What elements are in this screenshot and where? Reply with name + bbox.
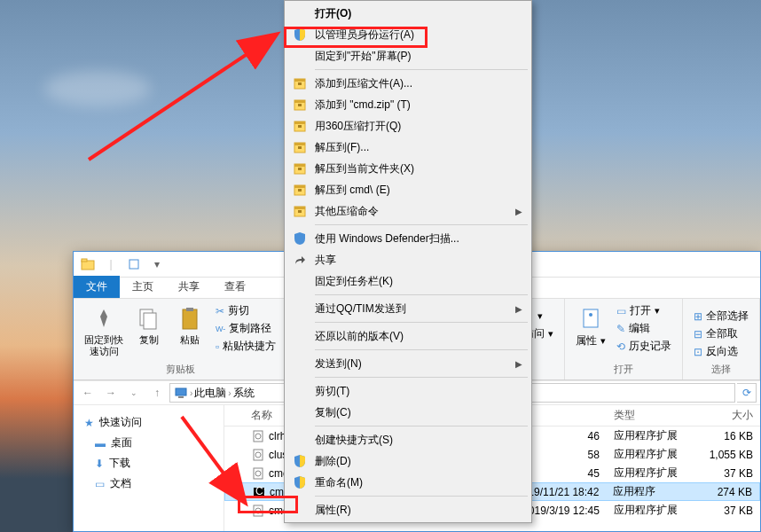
archive-icon	[292, 182, 308, 198]
recent-dropdown[interactable]: ⌄	[123, 382, 145, 403]
open-button[interactable]: ▭打开 ▾	[613, 302, 675, 319]
menu-item[interactable]: 重命名(M)	[286, 472, 530, 493]
bc-sys[interactable]: 系统	[233, 386, 255, 401]
svg-rect-2	[129, 260, 138, 269]
copy-button[interactable]: 复制	[130, 302, 168, 348]
star-icon: ★	[84, 417, 94, 429]
svg-rect-37	[294, 185, 305, 188]
menu-item[interactable]: 发送到(N)▶	[286, 353, 530, 374]
file-size: 16 KB	[695, 430, 760, 442]
menu-item[interactable]: 解压到 cmd\ (E)	[286, 179, 530, 200]
svg-rect-6	[186, 308, 193, 311]
document-icon: ▭	[95, 478, 105, 490]
select-group-label: 选择	[690, 363, 752, 376]
menu-item[interactable]: 用360压缩打开(Q)	[286, 115, 530, 137]
menu-item[interactable]: 解压到当前文件夹(X)	[286, 158, 530, 179]
sidebar-downloads[interactable]: ⬇ 下载	[77, 453, 220, 473]
menu-item-label: 还原以前的版本(V)	[315, 329, 404, 344]
menu-item[interactable]: 添加到 "cmd.zip" (T)	[286, 94, 530, 115]
svg-rect-4	[144, 313, 156, 329]
ribbon-group-open: 属性 ▾ ▭打开 ▾ ✎编辑 ⟲历史记录 打开	[565, 299, 683, 379]
shield-icon	[292, 474, 308, 490]
up-button[interactable]: ↑	[146, 382, 168, 403]
menu-item[interactable]: 创建快捷方式(S)	[286, 429, 530, 450]
file-size: 274 KB	[694, 486, 759, 498]
tab-home[interactable]: 主页	[120, 276, 166, 298]
copypath-button[interactable]: W-复制路径	[212, 320, 279, 337]
menu-separator	[315, 377, 528, 378]
menu-item[interactable]: 还原以前的版本(V)	[286, 325, 530, 347]
menu-item[interactable]: 解压到(F)...	[286, 137, 530, 158]
history-button[interactable]: ⟲历史记录	[613, 338, 675, 355]
menu-item[interactable]: 复制(C)	[286, 402, 530, 423]
menu-item[interactable]: 其他压缩命令▶	[286, 200, 530, 222]
cut-button[interactable]: ✂剪切	[212, 302, 279, 319]
chevron-right-icon[interactable]: ›	[190, 388, 192, 398]
svg-rect-1	[82, 259, 87, 262]
menu-item[interactable]: 使用 Windows Defender扫描...	[286, 228, 530, 249]
bc-thispc[interactable]: 此电脑	[194, 386, 226, 401]
invertsel-button[interactable]: ⊡反向选	[690, 343, 752, 360]
sidebar-quickaccess[interactable]: ★ 快速访问	[77, 412, 220, 433]
menu-item-label: 复制(C)	[315, 405, 351, 420]
menu-separator	[315, 496, 528, 497]
pin-quickaccess-button[interactable]: 固定到快 速访问	[81, 302, 127, 359]
svg-rect-32	[298, 146, 302, 149]
archive-icon	[292, 97, 308, 113]
menu-item-label: 解压到(F)...	[315, 140, 369, 155]
file-icon	[251, 504, 265, 518]
menu-item[interactable]: 固定到"开始"屏幕(P)	[286, 45, 530, 66]
submenu-arrow-icon: ▶	[515, 304, 522, 314]
sidebar-documents[interactable]: ▭ 文档	[77, 473, 220, 494]
menu-item[interactable]: 通过QQ/TIM发送到▶	[286, 298, 530, 319]
menu-separator	[315, 224, 528, 225]
ribbon-group-clipboard: 固定到快 速访问 复制 粘贴 ✂剪切 W-复制路径 ▫粘贴快捷方 剪贴板	[74, 299, 287, 379]
desktop-icon: ▬	[95, 437, 106, 450]
forward-button[interactable]: →	[100, 382, 122, 403]
sidebar-desktop[interactable]: ▬ 桌面	[77, 433, 220, 453]
submenu-arrow-icon: ▶	[515, 207, 522, 216]
qat-item[interactable]	[123, 254, 145, 274]
svg-text:C:\: C:\	[255, 485, 266, 497]
col-type[interactable]: 类型	[607, 408, 695, 423]
menu-item[interactable]: 固定到任务栏(K)	[286, 270, 530, 292]
tab-view[interactable]: 查看	[212, 276, 258, 298]
col-size[interactable]: 大小	[695, 408, 760, 423]
menu-item[interactable]: 属性(R)	[286, 499, 530, 520]
menu-item[interactable]: 剪切(T)	[286, 380, 530, 402]
svg-rect-22	[294, 79, 305, 82]
menu-separator	[315, 322, 528, 323]
menu-item[interactable]: 添加到压缩文件(A)...	[286, 73, 530, 94]
svg-rect-7	[584, 309, 598, 327]
file-size: 37 KB	[695, 467, 760, 480]
menu-item[interactable]: 删除(D)	[286, 450, 530, 472]
archive-icon	[292, 160, 308, 176]
menu-item[interactable]: 打开(O)	[286, 3, 530, 24]
selectall-button[interactable]: ⊞全部选择	[690, 308, 752, 325]
archive-icon	[292, 203, 308, 219]
file-size: 1,055 KB	[695, 449, 760, 461]
ribbon-group-select: ⊞全部选择 ⊟全部取 ⊡反向选 选择	[683, 299, 760, 379]
file-size: 37 KB	[695, 505, 760, 517]
menu-item[interactable]: 以管理员身份运行(A)	[286, 24, 530, 45]
file-type: 应用程序扩展	[607, 428, 695, 443]
svg-rect-25	[294, 100, 305, 103]
shield-icon	[292, 27, 308, 43]
chevron-right-icon[interactable]: ›	[228, 388, 231, 398]
file-icon	[251, 429, 265, 443]
back-button[interactable]: ←	[77, 382, 98, 403]
menu-item-label: 添加到 "cmd.zip" (T)	[315, 98, 411, 113]
tab-file[interactable]: 文件	[74, 276, 120, 298]
selectnone-button[interactable]: ⊟全部取	[690, 325, 752, 342]
svg-rect-41	[298, 210, 302, 213]
edit-button[interactable]: ✎编辑	[613, 320, 675, 337]
tab-share[interactable]: 共享	[166, 276, 212, 298]
menu-item-label: 重命名(M)	[315, 475, 363, 490]
svg-rect-34	[294, 164, 305, 167]
paste-button[interactable]: 粘贴	[171, 302, 208, 348]
pasteshortcut-button[interactable]: ▫粘贴快捷方	[212, 338, 279, 355]
refresh-button[interactable]: ⟳	[737, 383, 757, 403]
qat-dropdown[interactable]: ▾	[146, 254, 168, 274]
properties-button[interactable]: 属性 ▾	[572, 302, 609, 348]
menu-item[interactable]: 共享	[286, 249, 530, 270]
